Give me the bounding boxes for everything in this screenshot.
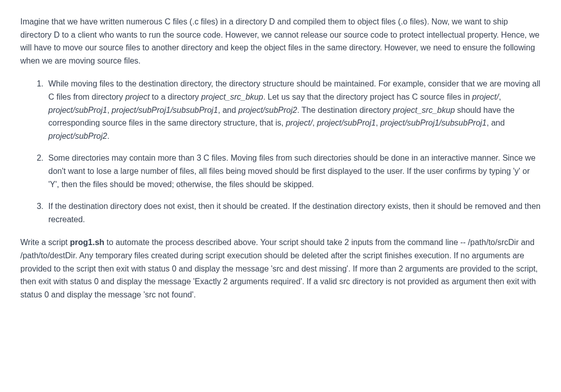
li1-em4: project/subProj1	[48, 106, 107, 114]
li1-em2: project_src_bkup	[201, 93, 263, 101]
list-item-1: While moving files to the destination di…	[46, 77, 541, 142]
li1-em3: project/	[472, 93, 498, 101]
li1-text: . The destination directory	[297, 106, 393, 114]
list-item-2: Some directories may contain more than 3…	[46, 152, 541, 191]
li1-em8: project/	[286, 118, 312, 127]
list-item-3: If the destination directory does not ex…	[46, 200, 541, 226]
intro-paragraph: Imagine that we have written numerous C …	[20, 15, 541, 67]
requirements-list: While moving files to the destination di…	[20, 77, 541, 226]
li1-text: .	[107, 132, 109, 140]
li1-em5: project/subProj1/subsubProj1	[112, 106, 218, 114]
li1-em9: project/subProj1	[317, 118, 376, 127]
li1-em10: project/subProj1/subsubProj1	[380, 118, 487, 127]
li1-text: ,	[376, 118, 380, 127]
li1-text: ,	[312, 118, 317, 127]
intro-text: Imagine that we have written numerous C …	[20, 17, 540, 65]
li1-text: , and	[487, 118, 505, 127]
script-name: prog1.sh	[70, 238, 105, 247]
li1-em7: project_src_bkup	[393, 106, 455, 114]
li1-text: . Let us say that the directory project …	[263, 93, 472, 101]
li1-text: ,	[107, 106, 112, 114]
li1-text: ,	[499, 93, 501, 101]
li1-em6: project/subProj2	[239, 106, 298, 114]
closing-paragraph: Write a script prog1.sh to automate the …	[20, 236, 541, 301]
li3-text: If the destination directory does not ex…	[48, 202, 541, 224]
closing-text: Write a script	[20, 238, 70, 247]
li2-text: Some directories may contain more than 3…	[48, 154, 536, 188]
closing-text: to automate the process described above.…	[20, 238, 538, 298]
li1-em11: project/subProj2	[48, 132, 107, 140]
li1-text: to a directory	[150, 93, 201, 101]
li1-em1: project	[125, 93, 150, 101]
li1-text: , and	[218, 106, 239, 114]
